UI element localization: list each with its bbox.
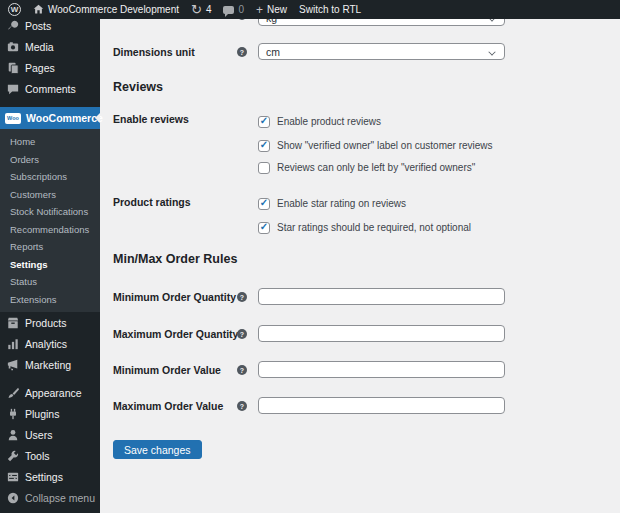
sidebar-separator: [0, 375, 100, 382]
checkbox-icon[interactable]: [258, 140, 270, 152]
checkbox-label: Show "verified owner" label on customer …: [277, 140, 493, 151]
sidebar-item-products[interactable]: Products: [0, 312, 100, 333]
collapse-menu-button[interactable]: Collapse menu: [0, 487, 100, 508]
checkbox-label: Reviews can only be left by "verified ow…: [277, 162, 475, 173]
checkbox-icon[interactable]: [258, 116, 270, 128]
sidebar-item-marketing[interactable]: Marketing: [0, 354, 100, 375]
sidebar-item-label: WooCommerce: [26, 112, 103, 124]
site-name-link[interactable]: WooCommerce Development: [33, 4, 179, 15]
updates-icon: ↻: [191, 3, 202, 16]
admin-bar: W WooCommerce Development ↻ 4 0 + New Sw…: [0, 0, 620, 19]
help-icon[interactable]: ?: [237, 47, 247, 57]
plus-icon: +: [256, 4, 263, 16]
sidebar-item-label: Settings: [25, 471, 63, 483]
sidebar-item-label: Posts: [25, 20, 51, 32]
min-order-quantity-label: Minimum Order Quantity: [113, 291, 236, 303]
comments-count: 0: [238, 4, 244, 15]
save-changes-button[interactable]: Save changes: [113, 440, 202, 459]
wp-admin-screen: ? kg Dimensions unit ? cm Reviews Enable…: [0, 0, 620, 513]
min-order-quantity-input[interactable]: [258, 288, 505, 305]
sidebar-item-label: Plugins: [25, 408, 59, 420]
help-icon[interactable]: ?: [237, 401, 247, 411]
new-content-menu[interactable]: + New: [256, 4, 287, 16]
checkbox-icon[interactable]: [258, 162, 270, 174]
woocommerce-submenu: Home Orders Subscriptions Customers Stoc…: [0, 129, 100, 312]
updates-indicator[interactable]: ↻ 4: [191, 3, 211, 16]
star-rating-checkbox-row[interactable]: Enable star rating on reviews: [258, 197, 406, 210]
star-rating-required-checkbox-row[interactable]: Star ratings should be required, not opt…: [258, 221, 471, 234]
sidebar-item-appearance[interactable]: Appearance: [0, 382, 100, 403]
comments-indicator[interactable]: 0: [223, 4, 244, 15]
wordpress-menu[interactable]: W: [8, 3, 21, 16]
sidebar-item-label: Products: [25, 317, 66, 329]
min-order-value-label: Minimum Order Value: [113, 364, 221, 376]
sidebar-item-label: Users: [25, 429, 52, 441]
sidebar-subitem-stock-notifications[interactable]: Stock Notifications: [0, 203, 100, 221]
verified-owners-only-checkbox-row[interactable]: Reviews can only be left by "verified ow…: [258, 161, 475, 174]
bar-chart-icon: [6, 337, 19, 350]
brush-icon: [6, 386, 19, 399]
sidebar-item-plugins[interactable]: Plugins: [0, 403, 100, 424]
pages-icon: [6, 61, 19, 74]
checkbox-icon[interactable]: [258, 198, 270, 210]
checkbox-label: Enable star rating on reviews: [277, 198, 406, 209]
sidebar-subitem-extensions[interactable]: Extensions: [0, 291, 100, 309]
max-order-quantity-input[interactable]: [258, 325, 505, 342]
product-ratings-label: Product ratings: [113, 196, 191, 208]
woocommerce-icon: Woo: [5, 113, 21, 124]
sidebar-item-comments[interactable]: Comments: [0, 78, 100, 99]
sidebar-item-users[interactable]: Users: [0, 424, 100, 445]
sidebar-separator: [0, 99, 100, 107]
help-icon[interactable]: ?: [237, 329, 247, 339]
box-icon: [6, 316, 19, 329]
minmax-order-rules-heading: Min/Max Order Rules: [113, 252, 237, 266]
max-order-quantity-label: Maximum Order Quantity: [113, 328, 238, 340]
sidebar-item-label: Marketing: [25, 359, 71, 371]
sidebar-subitem-home[interactable]: Home: [0, 133, 100, 151]
sidebar-item-label: Pages: [25, 62, 55, 74]
plugin-icon: [6, 407, 19, 420]
sidebar-item-label: Appearance: [25, 387, 82, 399]
sidebar-subitem-orders[interactable]: Orders: [0, 151, 100, 169]
comment-icon: [6, 82, 19, 95]
comments-icon: [223, 6, 234, 14]
dimensions-unit-value: cm: [266, 46, 280, 58]
pin-icon: [6, 19, 19, 32]
sidebar-subitem-reports[interactable]: Reports: [0, 238, 100, 256]
dimensions-unit-label: Dimensions unit: [113, 46, 195, 58]
sidebar-subitem-customers[interactable]: Customers: [0, 186, 100, 204]
enable-reviews-label: Enable reviews: [113, 113, 189, 125]
home-icon: [33, 4, 44, 15]
rtl-label: Switch to RTL: [299, 4, 361, 15]
sidebar-item-media[interactable]: Media: [0, 36, 100, 57]
sidebar-item-label: Tools: [25, 450, 50, 462]
sidebar-subitem-subscriptions[interactable]: Subscriptions: [0, 168, 100, 186]
switch-to-rtl-link[interactable]: Switch to RTL: [299, 4, 361, 15]
megaphone-icon: [6, 358, 19, 371]
sidebar-item-settings[interactable]: Settings: [0, 466, 100, 487]
sidebar-item-pages[interactable]: Pages: [0, 57, 100, 78]
sidebar-subitem-settings[interactable]: Settings: [0, 256, 100, 274]
sidebar-subitem-recommendations[interactable]: Recommendations: [0, 221, 100, 239]
updates-count: 4: [206, 4, 212, 15]
enable-product-reviews-checkbox-row[interactable]: Enable product reviews: [258, 115, 381, 128]
sidebar-subitem-status[interactable]: Status: [0, 273, 100, 291]
dimensions-unit-select[interactable]: cm: [258, 43, 505, 60]
sidebar-item-analytics[interactable]: Analytics: [0, 333, 100, 354]
checkbox-icon[interactable]: [258, 222, 270, 234]
sidebar-item-label: Analytics: [25, 338, 67, 350]
new-label: New: [267, 4, 287, 15]
sidebar-item-woocommerce[interactable]: Woo WooCommerce: [0, 107, 100, 129]
help-icon[interactable]: ?: [237, 365, 247, 375]
sidebar-item-tools[interactable]: Tools: [0, 445, 100, 466]
max-order-value-input[interactable]: [258, 397, 505, 414]
help-icon[interactable]: ?: [237, 292, 247, 302]
min-order-value-input[interactable]: [258, 361, 505, 378]
chevron-down-icon: [488, 48, 495, 55]
sidebar-item-label: Collapse menu: [25, 492, 95, 504]
sliders-icon: [6, 470, 19, 483]
site-name: WooCommerce Development: [48, 4, 179, 15]
sidebar-item-label: Media: [25, 41, 54, 53]
checkbox-label: Star ratings should be required, not opt…: [277, 222, 471, 233]
verified-owner-label-checkbox-row[interactable]: Show "verified owner" label on customer …: [258, 139, 493, 152]
